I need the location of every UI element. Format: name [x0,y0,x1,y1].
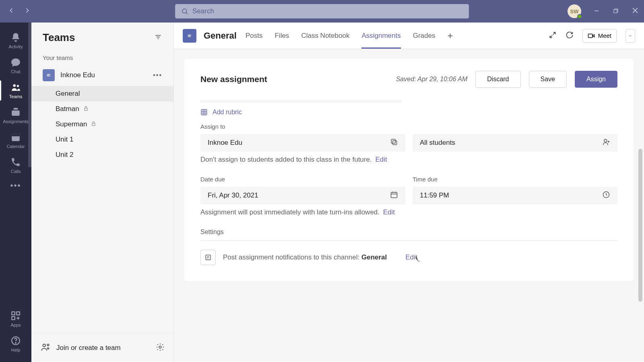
assign-button[interactable]: Assign [575,71,617,88]
saved-timestamp: Saved: Apr 29, 10:06 AM [396,76,468,83]
svg-rect-3 [614,10,617,13]
section-label: Your teams [31,51,173,65]
svg-rect-31 [588,34,592,37]
rail-assignments[interactable]: Assignments [0,103,31,128]
svg-point-28 [159,346,161,348]
class-select-icon [390,138,398,148]
sidebar-footer: Join or create a team [31,333,173,362]
rail-chat[interactable]: Chat [0,53,31,78]
team-more-button[interactable]: ••• [153,72,162,79]
assignment-card: New assignment Saved: Apr 29, 10:06 AM D… [184,59,634,281]
chevron-down-icon [628,33,633,38]
date-due-label: Date due [200,176,405,183]
add-rubric-button[interactable]: Add rubric [200,109,617,116]
content-scrollbar[interactable] [638,149,642,302]
tab-posts[interactable]: Posts [246,23,263,49]
lock-icon [91,120,96,128]
rail-activity[interactable]: Activity [0,28,31,53]
content-scroll[interactable]: New assignment Saved: Apr 29, 10:06 AM D… [174,49,644,362]
rail-more[interactable]: ••• [10,181,21,190]
meet-button[interactable]: Meet [582,29,617,43]
time-due-field[interactable]: 11:59 PM [413,187,617,204]
tab-files[interactable]: Files [275,23,289,49]
calendar-icon [10,132,21,142]
back-button[interactable] [7,6,15,16]
edit-date-link[interactable]: Edit [383,208,395,216]
edit-assign-link[interactable]: Edit [375,156,387,163]
settings-button[interactable] [156,343,165,353]
tab-assignments[interactable]: Assignments [361,23,400,49]
join-team-button[interactable]: Join or create a team [56,344,150,352]
chat-icon [10,57,21,68]
settings-divider [200,241,617,241]
students-select[interactable]: All students [413,134,617,152]
tab-grades[interactable]: Grades [413,23,436,49]
svg-rect-33 [201,109,207,115]
svg-point-25 [47,344,49,346]
channel-header: IE General Posts Files Class Notebook As… [174,23,644,49]
avatar-initials: SW [570,8,579,14]
video-icon [588,32,595,39]
channel-unit-2[interactable]: Unit 2 [31,147,173,162]
rail-calls[interactable]: Calls [0,153,31,178]
discard-button[interactable]: Discard [475,71,520,88]
refresh-icon [566,31,574,39]
svg-rect-48 [206,255,211,260]
svg-line-30 [550,35,552,37]
svg-rect-13 [17,312,20,315]
svg-rect-12 [12,312,15,315]
tabs: Posts Files Class Notebook Assignments G… [246,23,453,49]
search-box[interactable] [175,4,469,19]
rail-teams[interactable]: Teams [0,78,31,103]
channel-list: General Batman Superman Unit 1 Unit 2 [31,85,173,162]
clock-icon [602,191,610,201]
edit-notification-link[interactable]: Edit [405,253,417,261]
date-due-field[interactable]: Fri, Apr 30, 2021 [200,187,405,204]
svg-line-29 [553,32,555,35]
add-tab-button[interactable]: + [447,30,453,41]
channel-general[interactable]: General [31,86,173,101]
team-avatar: IE [43,69,55,81]
search-input[interactable] [192,7,463,15]
filter-button[interactable] [154,33,162,43]
expand-button[interactable] [549,31,557,41]
channel-batman[interactable]: Batman [31,101,173,117]
channel-avatar: IE [183,29,196,43]
apps-icon [10,311,21,321]
maximize-button[interactable] [612,8,620,14]
rail-help[interactable]: Help [0,331,31,356]
join-team-icon [40,342,51,354]
assign-helper-text: Don't assign to students added to this c… [200,156,617,164]
assign-to-label: Assign to [200,123,617,130]
svg-rect-14 [12,317,15,320]
meet-dropdown[interactable] [625,29,635,43]
class-select[interactable]: Inknoe Edu [200,134,405,152]
bag-icon [10,107,21,117]
close-button[interactable] [631,8,639,15]
channel-superman[interactable]: Superman [31,117,173,132]
svg-point-51 [417,258,417,259]
refresh-button[interactable] [566,31,574,41]
rail-apps[interactable]: Apps [0,306,31,331]
phone-icon [10,157,21,167]
post-icon [204,254,212,261]
svg-rect-39 [393,140,397,144]
forward-button[interactable] [23,6,31,16]
field-divider [200,100,402,103]
channel-unit-1[interactable]: Unit 1 [31,132,173,147]
filter-icon [154,33,162,41]
tab-class-notebook[interactable]: Class Notebook [301,23,349,49]
time-due-label: Time due [413,176,617,183]
svg-rect-38 [391,139,395,143]
svg-point-40 [604,139,607,142]
teams-icon [10,82,21,93]
svg-point-24 [43,344,46,347]
rail-calendar[interactable]: Calendar [0,128,31,153]
team-row[interactable]: IE Inknoe Edu ••• [31,65,173,85]
svg-rect-43 [391,192,397,197]
minimize-button[interactable] [592,8,601,14]
date-helper-text: Assignment will post immediately with la… [200,208,617,216]
avatar[interactable]: SW [568,4,581,18]
channel-name: General [204,31,237,41]
save-button[interactable]: Save [529,71,567,88]
